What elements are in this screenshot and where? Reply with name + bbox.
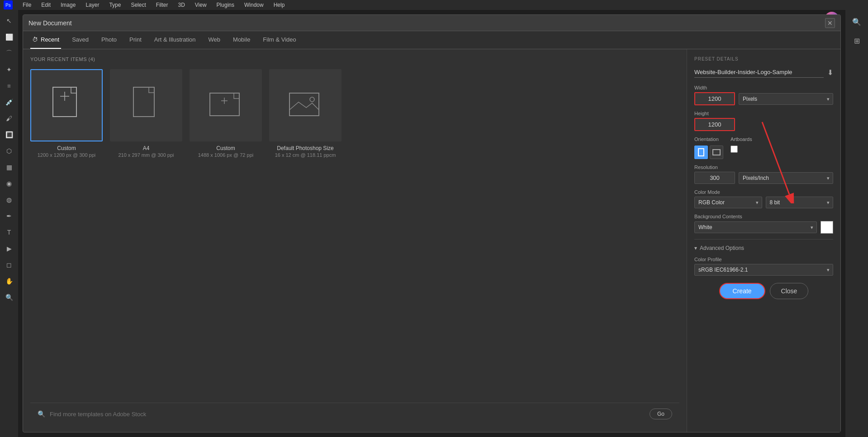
recent-item-thumb-0 <box>30 69 103 141</box>
bg-select[interactable]: White Black Transparent Custom <box>694 221 817 233</box>
menu-select[interactable]: Select <box>129 1 147 9</box>
recent-item-label-2: Custom <box>216 145 235 151</box>
orient-landscape-btn[interactable] <box>710 146 723 159</box>
menu-view[interactable]: View <box>193 1 209 9</box>
advanced-options-toggle[interactable]: ▾ Advanced Options <box>694 245 833 251</box>
tool-eraser[interactable]: ⬡ <box>2 144 16 158</box>
tab-print-label: Print <box>129 36 142 43</box>
resolution-input[interactable] <box>694 172 735 184</box>
recent-item-sublabel-2: 1488 x 1006 px @ 72 ppi <box>198 152 253 158</box>
recent-icon: ⏱ <box>32 36 38 43</box>
recent-item-sublabel-0: 1200 x 1200 px @ 300 ppi <box>38 152 96 158</box>
tab-recent[interactable]: ⏱ Recent <box>30 31 61 49</box>
bg-color-swatch[interactable] <box>821 221 833 234</box>
tool-eyedropper[interactable]: 💉 <box>2 95 16 109</box>
menu-3d[interactable]: 3D <box>176 1 186 9</box>
artboards-label: Artboards <box>730 136 752 142</box>
preset-name-input[interactable] <box>694 67 824 78</box>
recent-item-thumb-3 <box>269 69 342 141</box>
tab-recent-label: Recent <box>41 36 59 43</box>
recent-item-2[interactable]: Custom 1488 x 1006 px @ 72 ppi <box>190 69 262 158</box>
tool-dodge[interactable]: ◍ <box>2 193 16 207</box>
tool-brush[interactable]: 🖌 <box>2 111 16 126</box>
dialog-tabs: ⏱ Recent Saved Photo Print Art & Illustr… <box>23 31 840 49</box>
recent-item-1[interactable]: A4 210 x 297 mm @ 300 ppi <box>110 69 182 158</box>
advanced-options-label: Advanced Options <box>700 245 744 251</box>
tab-web[interactable]: Web <box>207 31 223 49</box>
tool-wand[interactable]: ✦ <box>2 62 16 77</box>
menu-edit[interactable]: Edit <box>39 1 52 9</box>
right-icon-grid[interactable]: ⊞ <box>849 33 865 49</box>
color-profile-wrapper: sRGB IEC61966-2.1 Adobe RGB (1998) ProPh… <box>694 264 833 276</box>
menu-image[interactable]: Image <box>59 1 77 9</box>
doc-icon-1 <box>128 85 164 126</box>
tab-art[interactable]: Art & Illustration <box>152 31 198 49</box>
recent-item-thumb-1 <box>110 69 182 141</box>
artboard-group: Artboards <box>730 136 752 153</box>
width-unit-select[interactable]: Pixels Inches Centimeters Millimeters <box>739 93 833 105</box>
menu-layer[interactable]: Layer <box>84 1 101 9</box>
recent-item-label-3: Default Photoshop Size <box>277 145 333 151</box>
color-mode-row: RGB Color CMYK Color Grayscale 8 bit 16 … <box>694 197 833 208</box>
menu-filter[interactable]: Filter <box>154 1 170 9</box>
bit-depth-select[interactable]: 8 bit 16 bit 32 bit <box>766 197 834 208</box>
dialog-titlebar: New Document ✕ <box>23 15 840 31</box>
menu-plugins[interactable]: Plugins <box>215 1 236 9</box>
tool-blur[interactable]: ◉ <box>2 176 16 191</box>
resolution-row: Pixels/Inch Pixels/Centimeter <box>694 172 833 184</box>
svg-rect-10 <box>713 150 720 155</box>
doc-icon-2 <box>208 85 244 126</box>
recent-item-sublabel-1: 210 x 297 mm @ 300 ppi <box>118 152 174 158</box>
section-divider <box>694 239 833 240</box>
tool-gradient[interactable]: ▦ <box>2 160 16 174</box>
right-icon-search[interactable]: 🔍 <box>849 14 865 30</box>
tool-move[interactable]: ↖ <box>2 14 16 28</box>
create-button[interactable]: Create <box>719 283 765 299</box>
search-icon: 🔍 <box>38 410 45 418</box>
menu-help[interactable]: Help <box>272 1 287 9</box>
tab-mobile[interactable]: Mobile <box>231 31 252 49</box>
dialog-bottom-bar: 🔍 Go <box>30 403 679 425</box>
tool-select[interactable]: ⬜ <box>2 30 16 44</box>
color-profile-label: Color Profile <box>694 257 833 262</box>
dialog-close-button[interactable]: ✕ <box>825 18 835 28</box>
tool-crop[interactable]: ⌗ <box>2 79 16 93</box>
artboard-checkbox[interactable] <box>730 146 738 153</box>
tab-saved[interactable]: Saved <box>70 31 90 49</box>
color-mode-wrapper: RGB Color CMYK Color Grayscale <box>694 197 762 208</box>
color-mode-select[interactable]: RGB Color CMYK Color Grayscale <box>694 197 762 208</box>
search-input[interactable] <box>50 411 645 418</box>
dialog-body: YOUR RECENT ITEMS (4) <box>23 49 840 432</box>
orient-portrait-btn[interactable] <box>694 146 708 159</box>
tool-lasso[interactable]: ⌒ <box>2 46 16 61</box>
tab-film[interactable]: Film & Video <box>261 31 298 49</box>
resolution-unit-select[interactable]: Pixels/Inch Pixels/Centimeter <box>739 172 833 184</box>
width-input[interactable] <box>694 92 735 105</box>
tab-photo[interactable]: Photo <box>100 31 119 49</box>
go-button[interactable]: Go <box>650 409 672 419</box>
width-row: Pixels Inches Centimeters Millimeters <box>694 92 833 105</box>
save-preset-icon[interactable]: ⬇ <box>827 68 833 77</box>
bit-depth-wrapper: 8 bit 16 bit 32 bit <box>766 197 834 208</box>
svg-rect-9 <box>698 149 704 156</box>
tool-shape[interactable]: ◻ <box>2 258 16 272</box>
dialog-left-panel: YOUR RECENT ITEMS (4) <box>23 49 687 432</box>
svg-rect-4 <box>210 93 239 116</box>
orientation-label: Orientation <box>694 136 723 142</box>
tool-path-select[interactable]: ▶ <box>2 241 16 256</box>
tool-hand[interactable]: ✋ <box>2 274 16 288</box>
tool-type[interactable]: T <box>2 225 16 240</box>
tab-print[interactable]: Print <box>128 31 143 49</box>
menu-window[interactable]: Window <box>242 1 266 9</box>
tool-pen[interactable]: ✒ <box>2 209 16 223</box>
menu-file[interactable]: File <box>21 1 33 9</box>
tool-clone[interactable]: 🔳 <box>2 127 16 142</box>
tool-zoom[interactable]: 🔍 <box>2 290 16 305</box>
recent-item-thumb-2 <box>190 69 262 141</box>
recent-item-3[interactable]: Default Photoshop Size 16 x 12 cm @ 118.… <box>269 69 342 158</box>
color-profile-select[interactable]: sRGB IEC61966-2.1 Adobe RGB (1998) ProPh… <box>694 264 833 276</box>
recent-item-0[interactable]: Custom 1200 x 1200 px @ 300 ppi <box>30 69 103 158</box>
height-input[interactable] <box>694 118 735 131</box>
menu-type[interactable]: Type <box>107 1 123 9</box>
close-button[interactable]: Close <box>770 283 809 299</box>
